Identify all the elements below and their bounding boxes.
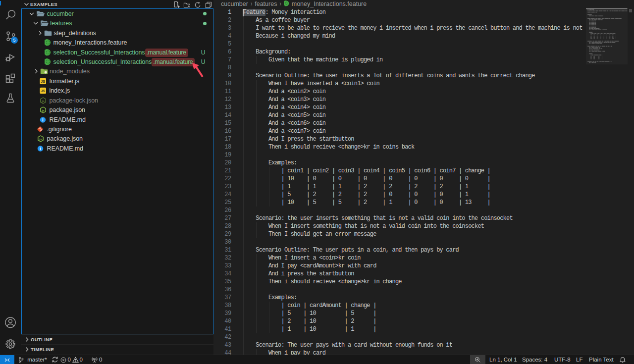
svg-text:js: js (41, 109, 45, 112)
svg-text:JS: JS (41, 89, 45, 94)
svg-text:js: js (41, 99, 45, 102)
svg-text:js: js (39, 138, 42, 141)
svg-text:JS: JS (41, 79, 45, 84)
